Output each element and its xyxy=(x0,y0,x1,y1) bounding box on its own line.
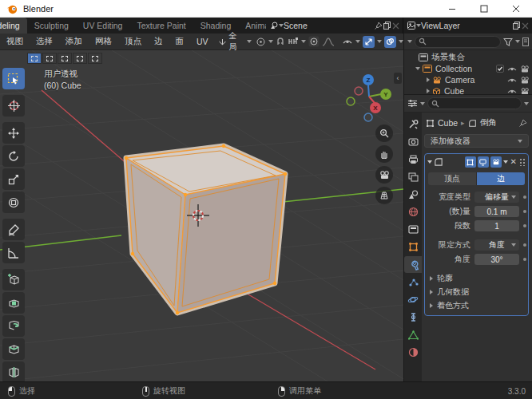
modifier-expand-chevron-icon[interactable] xyxy=(427,160,432,164)
outliner-row-scene-collection[interactable]: 场景集合 xyxy=(404,52,532,63)
section-geometry[interactable]: 几何数据 xyxy=(425,285,528,298)
camera-expand-icon[interactable] xyxy=(427,77,430,82)
animate-dot[interactable] xyxy=(523,196,526,199)
select-mode-set-button[interactable] xyxy=(27,53,42,64)
breadcrumb-object-name[interactable]: Cube xyxy=(438,118,458,128)
affect-edges-button[interactable]: 边 xyxy=(477,172,525,185)
animate-dot[interactable] xyxy=(523,258,526,261)
cube-mesh[interactable] xyxy=(125,144,287,314)
menu-add[interactable]: 添加 xyxy=(59,36,89,47)
snap-chevron-icon[interactable] xyxy=(301,40,306,43)
section-shading[interactable]: 着色方式 xyxy=(425,298,528,312)
properties-tab-tool[interactable] xyxy=(404,116,422,132)
menu-view[interactable]: 视图 xyxy=(0,36,30,47)
workspace-tab-sculpting[interactable]: Sculpting xyxy=(27,18,76,34)
modifier-close-icon[interactable]: ✕ xyxy=(510,158,518,166)
outliner-row-camera[interactable]: Camera xyxy=(404,74,532,85)
add-modifier-button[interactable]: 添加修改器 xyxy=(424,134,529,148)
overlays-toggle-button[interactable] xyxy=(384,36,396,48)
menu-edge[interactable]: 边 xyxy=(148,36,169,47)
modifier-extras-chevron-icon[interactable] xyxy=(503,160,508,164)
properties-editor-type-icon[interactable] xyxy=(407,99,418,108)
collection-checkbox-icon[interactable] xyxy=(496,65,504,73)
gizmos-toggle-button[interactable] xyxy=(363,36,375,48)
menu-uv[interactable]: UV xyxy=(190,37,215,46)
properties-editor-type-chevron-icon[interactable] xyxy=(420,102,425,105)
collection-expand-icon[interactable] xyxy=(415,67,420,70)
tool-bevel[interactable] xyxy=(2,338,25,360)
limit-method-dropdown[interactable]: 角度 xyxy=(474,239,519,251)
show-gizmo-eye-icon[interactable] xyxy=(342,37,353,46)
cube-expand-icon[interactable] xyxy=(427,89,430,93)
falloff-curve-icon[interactable] xyxy=(322,37,335,47)
pivot-chevron-icon[interactable] xyxy=(268,40,273,43)
workspace-tab-uv-editing[interactable]: UV Editing xyxy=(76,18,130,34)
tool-cursor[interactable] xyxy=(2,95,25,117)
outliner-editor-type-chevron-icon[interactable] xyxy=(407,40,412,43)
new-layer-icon[interactable] xyxy=(512,21,522,30)
snap-target-icon[interactable] xyxy=(288,37,299,46)
tool-add-cube[interactable] xyxy=(2,269,25,290)
tool-loop-cut[interactable] xyxy=(2,361,25,381)
workspace-tab-texture-paint[interactable]: Texture Paint xyxy=(129,18,193,34)
menu-face[interactable]: 面 xyxy=(169,36,191,47)
properties-tab-material[interactable] xyxy=(404,344,422,361)
tool-rotate[interactable] xyxy=(2,145,25,167)
collection-eye-icon[interactable] xyxy=(507,65,517,73)
viewport-3d[interactable]: Z Y X 用户透视 xyxy=(0,50,403,381)
maximize-button[interactable] xyxy=(468,0,500,18)
properties-tab-world[interactable] xyxy=(404,203,422,220)
properties-tab-constraints[interactable] xyxy=(404,309,422,326)
tool-extrude-region[interactable] xyxy=(2,292,25,314)
workspace-tab-modeling[interactable]: Modeling xyxy=(0,18,27,34)
outliner-options-icon[interactable] xyxy=(522,38,529,46)
proportional-editing-icon[interactable] xyxy=(308,36,320,47)
gizmos-chevron-icon[interactable] xyxy=(377,40,382,43)
menu-vertex[interactable]: 顶点 xyxy=(118,36,148,47)
select-mode-invert-button[interactable] xyxy=(73,53,87,64)
tool-transform[interactable] xyxy=(2,192,25,213)
tool-scale[interactable] xyxy=(2,168,25,190)
select-mode-extend-button[interactable] xyxy=(42,53,57,64)
tool-annotate[interactable] xyxy=(2,219,25,240)
properties-tab-view-layer[interactable] xyxy=(404,168,422,185)
close-button[interactable] xyxy=(500,0,532,18)
perspective-toggle-button[interactable] xyxy=(375,187,393,204)
animate-dot[interactable] xyxy=(523,243,526,247)
properties-tab-collection[interactable] xyxy=(404,221,422,238)
menu-select[interactable]: 选择 xyxy=(30,36,59,47)
tool-move[interactable] xyxy=(2,122,25,144)
filter-funnel-icon[interactable] xyxy=(503,38,513,46)
width-type-dropdown[interactable]: 偏移量 xyxy=(474,192,519,203)
amount-field[interactable]: 0.1 m xyxy=(474,206,519,217)
minimize-button[interactable] xyxy=(436,0,468,18)
toggle-render-display-button[interactable] xyxy=(490,156,502,168)
select-mode-intersect-button[interactable] xyxy=(88,53,102,64)
properties-tab-scene[interactable] xyxy=(404,186,422,203)
animate-dot[interactable] xyxy=(523,210,526,213)
properties-search-input[interactable] xyxy=(427,97,522,109)
filter-chevron-icon[interactable] xyxy=(515,40,520,43)
segments-field[interactable]: 1 xyxy=(474,220,519,231)
properties-tab-object-data[interactable] xyxy=(404,326,422,343)
properties-tab-render[interactable] xyxy=(404,133,422,150)
camera-render-icon[interactable] xyxy=(520,77,530,84)
affect-vertices-button[interactable]: 顶点 xyxy=(428,172,477,185)
zoom-button[interactable] xyxy=(375,124,393,142)
pin-id-icon[interactable] xyxy=(518,119,527,128)
properties-tab-particles[interactable] xyxy=(404,274,422,290)
tool-select-box[interactable] xyxy=(2,68,25,89)
pin-icon[interactable] xyxy=(374,22,383,30)
sidebar-toggle-arrow[interactable]: ‹ xyxy=(394,73,402,84)
scene-selector[interactable]: Scene xyxy=(284,21,374,30)
viewlayer-selector[interactable]: ViewLayer xyxy=(421,21,512,30)
select-mode-subtract-button[interactable] xyxy=(58,53,72,64)
toggle-realtime-display-button[interactable] xyxy=(478,156,489,168)
snap-magnet-icon[interactable] xyxy=(276,37,285,46)
outliner-search-input[interactable] xyxy=(415,36,501,48)
properties-options-chevron-icon[interactable] xyxy=(524,102,529,105)
properties-tab-object[interactable] xyxy=(404,239,422,255)
outliner-row-collection[interactable]: Collection xyxy=(404,63,532,74)
properties-tab-modifiers[interactable] xyxy=(404,256,422,273)
menu-mesh[interactable]: 网格 xyxy=(89,36,118,47)
